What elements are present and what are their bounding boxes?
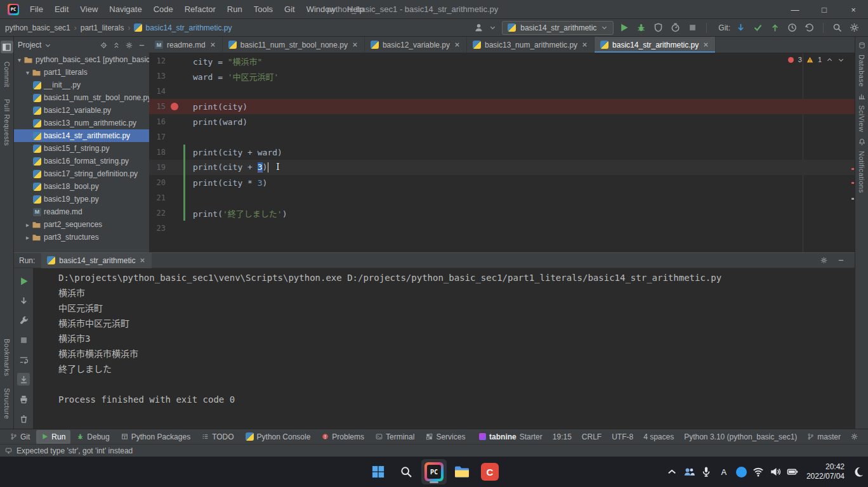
error-stripe[interactable] [852, 53, 854, 252]
editor-line[interactable]: 23 [149, 221, 855, 236]
tool-stripe-database[interactable]: Database [858, 42, 865, 93]
inspections-profile-icon[interactable] [851, 433, 858, 440]
tab-close-icon[interactable] [454, 41, 461, 48]
editor-line[interactable]: 16print(ward) [149, 114, 855, 129]
tool-stripe-pull-requests[interactable]: Pull Requests [3, 99, 11, 146]
previous-problem-icon[interactable] [826, 56, 833, 63]
toolwindow-button-git[interactable]: Git [5, 430, 35, 444]
breadcrumb-item[interactable]: python_basic_sec1 [5, 23, 70, 32]
project-tree-item[interactable]: Mreadme.md [14, 205, 149, 218]
indent-widget[interactable]: 4 spaces [643, 432, 674, 441]
editor-line[interactable]: 12city = "横浜市" [149, 53, 855, 68]
taskbar-search-button[interactable] [393, 459, 419, 484]
panel-settings-icon[interactable] [126, 42, 133, 49]
run-button-icon[interactable] [619, 23, 629, 32]
project-tree-item[interactable]: ▾part1_literals [14, 66, 149, 79]
project-tree-item[interactable]: basic11_num_str_bool_none.py [14, 91, 149, 104]
tab-close-icon[interactable] [352, 41, 358, 48]
project-view-title[interactable]: Project [18, 41, 41, 49]
taskbar-start-button[interactable] [365, 459, 391, 484]
hide-panel-icon[interactable] [138, 42, 145, 49]
project-tree-item[interactable]: basic17_string_definition.py [14, 167, 149, 180]
editor-line[interactable]: 13ward = '中区元浜町' [149, 68, 855, 84]
minimize-button[interactable]: — [780, 0, 810, 19]
hide-run-panel-icon[interactable] [838, 257, 845, 264]
menu-code[interactable]: Code [148, 0, 179, 19]
tray-expand-icon[interactable] [666, 466, 678, 477]
toolwindow-button-python-console[interactable]: Python Console [240, 430, 316, 444]
project-tree-item[interactable]: basic12_variable.py [14, 104, 149, 117]
scroll-to-end-button[interactable] [17, 373, 30, 386]
encoding-widget[interactable]: UTF-8 [612, 432, 633, 441]
tree-expanded-arrow[interactable]: ▾ [24, 69, 31, 76]
caret-position-widget[interactable]: 19:15 [553, 432, 572, 441]
tree-collapsed-arrow[interactable]: ▸ [24, 221, 31, 228]
tool-stripe-structure[interactable]: Structure [3, 388, 11, 419]
menu-view[interactable]: View [74, 0, 103, 19]
soft-wrap-button[interactable] [17, 353, 30, 366]
git-commit-button-icon[interactable] [753, 23, 763, 32]
caret-stripe-mark[interactable] [852, 198, 854, 200]
editor-tab[interactable]: basic12_variable.py [365, 37, 467, 53]
inspections-widget[interactable]: 3 1 [788, 56, 845, 63]
menu-navigate[interactable]: Navigate [103, 0, 147, 19]
volume-icon[interactable] [770, 466, 781, 477]
run-configuration-select[interactable]: basic14_str_arithmetic [502, 21, 614, 35]
menu-edit[interactable]: Edit [49, 0, 74, 19]
collapse-all-icon[interactable] [113, 42, 120, 49]
toolwindow-button-debug[interactable]: Debug [72, 430, 114, 444]
menu-file[interactable]: File [24, 0, 49, 19]
ime-indicator[interactable]: A [718, 467, 730, 477]
code-editor[interactable]: 12city = "横浜市"13ward = '中区元浜町'1415print(… [149, 53, 855, 252]
editor-line[interactable]: 22print('終了しました') [149, 205, 855, 221]
step-down-button[interactable] [17, 294, 30, 307]
stop-button[interactable] [17, 334, 30, 346]
interpreter-widget[interactable]: Python 3.10 (python_basic_sec1) [684, 432, 797, 441]
menu-tools[interactable]: Tools [248, 0, 279, 19]
focus-assist-icon[interactable] [853, 466, 864, 477]
people-icon[interactable] [683, 466, 695, 477]
editor-tab[interactable]: basic13_num_arithmetic.py [467, 37, 595, 53]
breadcrumb-item[interactable]: basic14_str_arithmetic.py [134, 23, 232, 32]
coverage-button-icon[interactable] [654, 23, 663, 32]
git-history-button-icon[interactable] [787, 23, 797, 32]
toolwindow-button-terminal[interactable]: Terminal [371, 430, 419, 444]
toolwindow-button-problems[interactable]: Problems [317, 430, 369, 444]
tab-close-icon[interactable] [702, 41, 709, 48]
project-tree-item[interactable]: basic19_type.py [14, 193, 149, 205]
git-rollback-button-icon[interactable] [805, 23, 814, 32]
run-tab[interactable]: basic14_str_arithmetic [41, 253, 152, 268]
user-icon[interactable] [474, 23, 483, 32]
editor-tab[interactable]: basic11_num_str_bool_none.py [223, 37, 365, 53]
rerun-button[interactable] [17, 275, 30, 287]
debug-button-icon[interactable] [636, 23, 646, 32]
tab-close-icon[interactable] [581, 41, 588, 48]
project-tree-item[interactable]: __init__.py [14, 79, 149, 91]
taskbar-clibor-button[interactable]: C [477, 459, 503, 484]
error-stripe-mark[interactable] [852, 168, 854, 170]
toolwindow-button-todo[interactable]: TODO [197, 430, 239, 444]
editor-line[interactable]: 14 [149, 84, 855, 99]
project-tree-item[interactable]: basic15_f_string.py [14, 142, 149, 155]
taskbar-explorer-button[interactable] [449, 459, 475, 484]
wifi-icon[interactable] [753, 466, 764, 477]
tabnine-widget[interactable]: tabnine Starter [479, 432, 542, 441]
editor-line[interactable]: 17 [149, 129, 855, 145]
close-button[interactable]: × [839, 0, 868, 19]
toolwindow-button-run[interactable]: Run [36, 430, 70, 444]
stop-button-icon[interactable] [688, 23, 697, 32]
tray-blue-app-icon[interactable] [736, 467, 747, 477]
battery-icon[interactable] [787, 466, 798, 477]
chevron-down-icon[interactable] [489, 24, 496, 31]
project-tree-item[interactable]: basic18_bool.py [14, 180, 149, 193]
settings-wrench-button[interactable] [17, 314, 30, 327]
git-branch-widget[interactable]: master [807, 432, 841, 441]
menu-git[interactable]: Git [279, 0, 301, 19]
toolwindow-button-services[interactable]: Services [421, 430, 470, 444]
editor-line[interactable]: 20print(city * 3) [149, 175, 855, 190]
tool-stripe-commit[interactable]: Commit [3, 62, 11, 88]
breadcrumb-item[interactable]: part1_literals [81, 23, 124, 32]
tool-stripe-bookmarks[interactable]: Bookmarks [3, 339, 11, 377]
next-problem-icon[interactable] [838, 56, 845, 63]
project-tree-item[interactable]: basic14_str_arithmetic.py [14, 129, 149, 142]
